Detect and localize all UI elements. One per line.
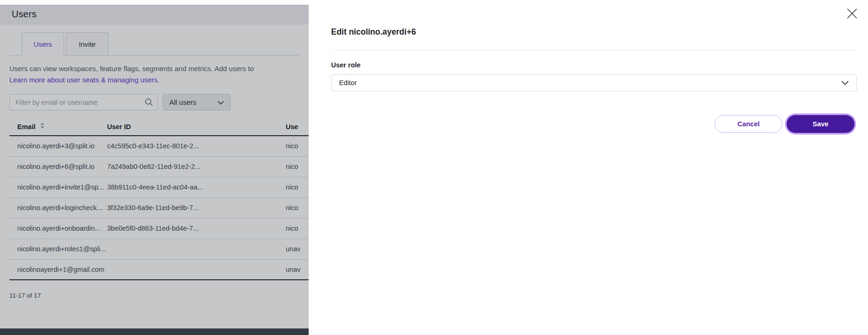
cancel-button[interactable]: Cancel <box>715 115 782 133</box>
user-role-select[interactable]: Editor <box>331 74 857 91</box>
divider <box>331 50 857 51</box>
user-role-label: User role <box>331 61 361 69</box>
close-icon[interactable] <box>844 6 860 22</box>
chevron-down-icon <box>841 79 849 87</box>
modal-title: Edit nicolino.ayerdi+6 <box>331 27 416 37</box>
user-role-value: Editor <box>339 79 357 87</box>
save-button[interactable]: Save <box>787 115 854 133</box>
modal-overlay[interactable] <box>0 5 309 335</box>
edit-user-modal: Edit nicolino.ayerdi+6 User role Editor … <box>309 0 868 335</box>
